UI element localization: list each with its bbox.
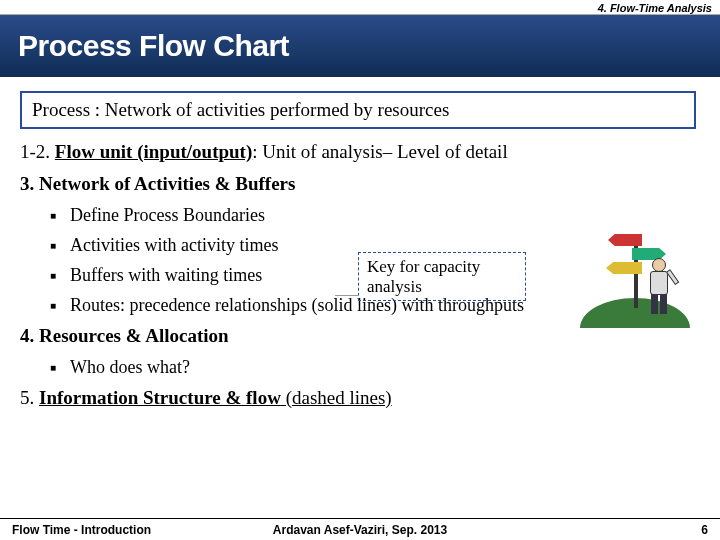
footer-center: Ardavan Asef-Vaziri, Sep. 2013 xyxy=(0,523,720,537)
item-4-bullets: Who does what? xyxy=(16,357,704,378)
connector-line xyxy=(335,295,359,296)
key-capacity-box: Key for capacity analysis xyxy=(358,252,526,301)
item-1-2: 1-2. Flow unit (input/output): Unit of a… xyxy=(20,141,704,163)
item-5-rest: (dashed lines) xyxy=(281,387,392,408)
item-1-2-label: Flow unit (input/output) xyxy=(55,141,252,162)
chapter-header: 4. Flow-Time Analysis xyxy=(0,0,720,15)
slide-footer: Flow Time - Introduction Ardavan Asef-Va… xyxy=(0,518,720,540)
item-1-2-prefix: 1-2. xyxy=(20,141,55,162)
item-3: 3. Network of Activities & Buffers xyxy=(20,173,704,195)
process-definition-box: Process : Network of activities performe… xyxy=(20,91,696,129)
item-5: 5. Information Structure & flow (dashed … xyxy=(20,387,704,409)
item-5-prefix: 5. xyxy=(20,387,39,408)
item-1-2-rest: : Unit of analysis– Level of detail xyxy=(252,141,507,162)
signpost-illustration xyxy=(580,228,690,328)
item-4: 4. Resources & Allocation xyxy=(20,325,704,347)
slide-title: Process Flow Chart xyxy=(0,15,720,77)
item-5-label: Information Structure & flow xyxy=(39,387,281,408)
person-icon xyxy=(642,258,678,316)
bullet-who: Who does what? xyxy=(70,357,704,378)
bullet-boundaries: Define Process Boundaries xyxy=(70,205,704,226)
footer-page-number: 6 xyxy=(701,523,708,537)
